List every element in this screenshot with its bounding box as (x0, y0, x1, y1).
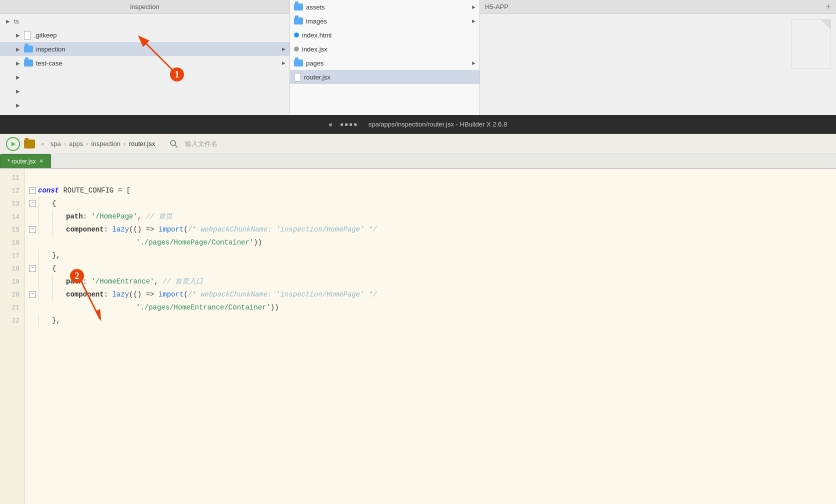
code-line-19: path : '/HomeEntrance' , // 首页入口 (25, 275, 836, 288)
pages-folder-item[interactable]: pages ▶ (290, 56, 480, 70)
index-html-item[interactable]: index.html (290, 28, 480, 42)
code-line-17: }, (25, 249, 836, 262)
folder-icon (294, 18, 303, 24)
chevron-right-icon: ▶ (14, 31, 22, 39)
assets-folder-item[interactable]: assets ▶ (290, 0, 480, 14)
code-line-13: − { (25, 197, 836, 210)
svg-point-0 (170, 140, 176, 146)
close-tab-icon[interactable]: ✕ (39, 158, 44, 164)
chevron-right-icon: ▶ (14, 73, 22, 81)
folder-icon (294, 60, 303, 66)
test-case-folder-item[interactable]: ▶ test-case ▶ (0, 56, 290, 70)
file-tree-left: inspection ▶ ts ▶ .gitkeep ▶ inspecti (0, 0, 290, 115)
code-line-12: − const ROUTE_CONFIG = [ (25, 184, 836, 197)
list-item[interactable]: ▶ .gitkeep (0, 28, 290, 42)
chevron-right-icon: ▶ (472, 4, 476, 10)
breadcrumb-bar: « spa › apps › inspection › router.jsx 输… (0, 134, 836, 154)
code-line-15: − component : lazy (() => import ( /* we… (25, 223, 836, 236)
code-content[interactable]: − const ROUTE_CONFIG = [ − { path : (25, 169, 836, 504)
chevron-right-icon: ▶ (14, 87, 22, 95)
code-line-18: − { (25, 262, 836, 275)
fold-button[interactable]: − (29, 291, 36, 298)
file-icon (24, 31, 31, 40)
editor-area: 11 12 13 14 15 16 17 18 19 20 21 22 − (0, 169, 836, 504)
search-area: 输入文件名 (167, 137, 218, 151)
chevron-right-icon: ▶ (14, 59, 22, 67)
fold-button[interactable]: − (29, 226, 36, 233)
code-line-21: './pages/HomeEntrance/Container' )) (25, 301, 836, 314)
chevron-right-icon: ▶ (14, 101, 22, 109)
play-button[interactable] (6, 137, 20, 151)
add-button[interactable]: + (826, 2, 831, 12)
list-item[interactable]: ▶ (0, 70, 290, 84)
folder-icon (24, 46, 33, 52)
list-item[interactable]: ▶ (0, 98, 290, 112)
index-jsx-item[interactable]: index.jsx (290, 42, 480, 56)
chevron-right-icon: ▶ (14, 45, 22, 53)
fold-button[interactable]: − (29, 187, 36, 194)
code-line-20: − component : lazy (() => import ( /* we… (25, 288, 836, 301)
folder-button[interactable] (24, 140, 35, 148)
file-thumbnail (791, 19, 831, 69)
file-icon (294, 73, 301, 82)
router-jsx-item[interactable]: router.jsx (290, 70, 480, 84)
chevron-right-icon: ▶ (282, 60, 286, 66)
code-line-22: }, (25, 314, 836, 327)
list-item[interactable]: ▶ ts (0, 14, 290, 28)
folder-icon (24, 60, 33, 66)
titlebar: ■ ■■■■ spa/apps/inspection/router.jsx - … (0, 115, 836, 134)
code-line-16: './pages/HomePage/Container' )) (25, 236, 836, 249)
chevron-right-icon: ▶ (472, 60, 476, 66)
svg-line-1 (175, 145, 178, 148)
inspection-folder-item[interactable]: ▶ inspection ▶ (0, 42, 290, 56)
file-tree-right: assets ▶ images ▶ index.html index.j (290, 0, 480, 115)
code-line-11 (25, 171, 836, 184)
chevron-right-icon: ▶ (282, 46, 286, 52)
tab-router-jsx[interactable]: * router.jsx ✕ (0, 154, 51, 168)
code-line-14: path : '/HomePage' , // 首页 (25, 210, 836, 223)
h5app-panel: H5-APP + (480, 0, 836, 115)
search-button[interactable] (167, 137, 181, 151)
chevron-right-icon: ▶ (4, 17, 12, 25)
jsx-icon (294, 46, 299, 52)
line-numbers: 11 12 13 14 15 16 17 18 19 20 21 22 (0, 169, 25, 504)
breadcrumb-separator: « (41, 140, 44, 148)
breadcrumb: spa › apps › inspection › router.jsx (50, 140, 156, 148)
fold-button[interactable]: − (29, 265, 36, 272)
chevron-right-icon: ▶ (472, 18, 476, 24)
file-tree-left-header: inspection (0, 0, 290, 14)
images-folder-item[interactable]: images ▶ (290, 14, 480, 28)
html-icon (294, 32, 299, 38)
folder-icon (294, 4, 303, 10)
fold-button[interactable]: − (29, 200, 36, 207)
h5app-header: H5-APP + (480, 0, 836, 14)
tab-bar: * router.jsx ✕ (0, 154, 836, 169)
list-item[interactable]: ▶ (0, 84, 290, 98)
